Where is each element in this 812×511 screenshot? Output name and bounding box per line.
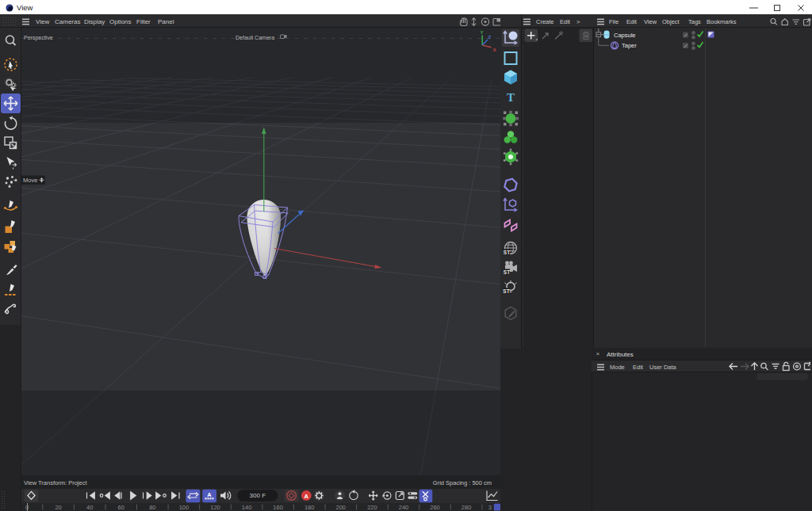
svg-text:Capsule: Capsule <box>614 32 636 39</box>
svg-text:A: A <box>304 493 309 500</box>
svg-text:100: 100 <box>179 504 190 511</box>
svg-text:300 F: 300 F <box>250 492 266 499</box>
svg-text:ST: ST <box>503 288 509 294</box>
svg-text:3: 3 <box>488 504 492 511</box>
svg-text:260: 260 <box>430 504 440 511</box>
svg-text:Perspective: Perspective <box>24 35 53 41</box>
svg-text:280: 280 <box>462 504 472 511</box>
svg-text:Y: Y <box>481 30 484 35</box>
svg-text:180: 180 <box>304 504 315 511</box>
svg-text:Grid Spacing : 500 cm: Grid Spacing : 500 cm <box>433 479 492 486</box>
svg-text:X: X <box>493 48 496 52</box>
svg-text:Z: Z <box>488 35 492 40</box>
svg-text:ST: ST <box>504 250 510 255</box>
svg-text:A: A <box>207 491 212 498</box>
svg-text:200: 200 <box>336 504 347 511</box>
svg-text:Default Camera: Default Camera <box>236 35 274 40</box>
svg-text:Taper: Taper <box>622 42 637 49</box>
svg-text:160: 160 <box>273 504 283 511</box>
svg-text:40: 40 <box>86 504 93 511</box>
svg-text:140: 140 <box>242 504 252 511</box>
svg-text:60: 60 <box>118 504 124 511</box>
svg-text:ST: ST <box>504 269 510 275</box>
svg-text:240: 240 <box>399 504 409 511</box>
svg-text:View Transform: Project: View Transform: Project <box>24 479 87 486</box>
svg-text:Move: Move <box>23 177 37 184</box>
svg-text:220: 220 <box>367 504 377 511</box>
svg-text:120: 120 <box>210 504 220 511</box>
svg-text:T: T <box>507 91 515 104</box>
svg-text:0: 0 <box>25 504 29 511</box>
svg-text:20: 20 <box>55 504 61 511</box>
svg-text:80: 80 <box>149 504 155 511</box>
